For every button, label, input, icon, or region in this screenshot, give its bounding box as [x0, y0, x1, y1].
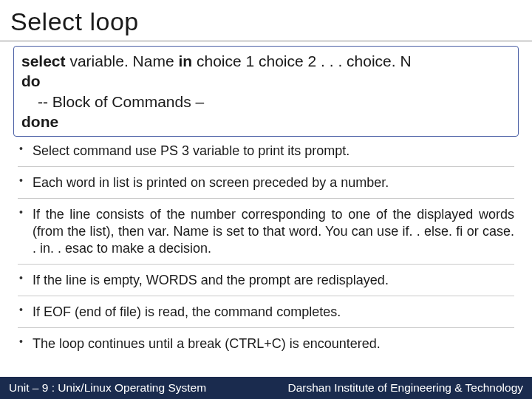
list-item: If EOF (end of file) is read, the comman… [18, 304, 514, 328]
list-item: Select command use PS 3 variable to prin… [18, 143, 514, 167]
code-line-1: select variable. Name in choice 1 choice… [21, 51, 511, 71]
footer-left: Unit – 9 : Unix/Linux Operating System [9, 381, 206, 395]
keyword-in: in [178, 52, 192, 69]
keyword-do: do [21, 71, 511, 91]
code-text: variable. Name [66, 52, 179, 69]
code-body: -- Block of Commands – [21, 92, 511, 112]
slide-footer: Unit – 9 : Unix/Linux Operating System D… [0, 377, 532, 399]
code-text: choice 1 choice 2 . . . choice. N [192, 52, 411, 69]
keyword-done: done [21, 112, 511, 132]
list-item: If the line consists of the number corre… [18, 206, 514, 265]
footer-right: Darshan Institute of Engineering & Techn… [287, 381, 523, 395]
syntax-box: select variable. Name in choice 1 choice… [13, 46, 519, 137]
keyword-select: select [21, 52, 66, 69]
list-item: If the line is empty, WORDS and the prom… [18, 272, 514, 296]
list-item: The loop continues until a break (CTRL+C… [18, 335, 514, 359]
slide-title: Select loop [0, 0, 532, 41]
list-item: Each word in list is printed on screen p… [18, 174, 514, 199]
bullet-list: Select command use PS 3 variable to prin… [0, 143, 532, 359]
